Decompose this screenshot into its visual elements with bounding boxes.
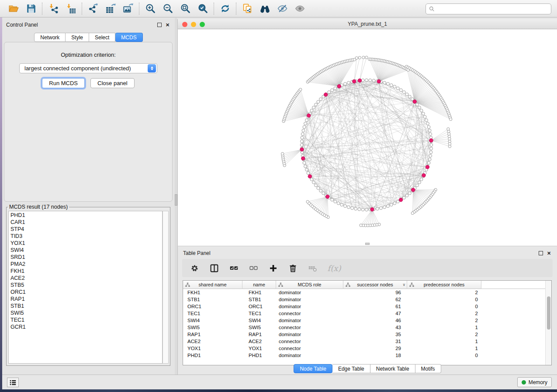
cell-name[interactable]: FKH1 [242,290,276,295]
cell-shared_name[interactable]: PHD1 [183,353,242,358]
network-graph[interactable] [178,29,557,246]
cell-name[interactable]: TEC1 [242,311,276,316]
column-header-MCDS-role[interactable]: MCDS role [276,281,343,289]
table-row[interactable]: PHD1PHD1dominator180 [183,352,551,359]
control-panel-float-button[interactable] [157,23,162,27]
mcds-result-item[interactable]: SWI5 [10,309,162,316]
clone-network-icon[interactable] [241,2,254,15]
column-header-shared-name[interactable]: shared name [183,281,242,289]
import-network-icon[interactable] [47,2,60,15]
tab-select[interactable]: Select [89,33,115,42]
mcds-result-item[interactable]: ACE2 [10,275,162,282]
cell-name[interactable]: SWI5 [242,325,276,330]
binoculars-icon[interactable] [258,2,271,15]
cell-role[interactable]: dominator [276,353,343,358]
mcds-result-item[interactable]: RAP1 [10,296,162,303]
cell-shared_name[interactable]: SWI5 [183,325,242,330]
table-row[interactable]: SWI5SWI5connector431 [183,324,551,331]
table-row[interactable]: YOX1YOX1connector291 [183,345,551,352]
tab-mcds[interactable]: MCDS [115,33,142,42]
cell-successors[interactable]: 96 [343,290,407,295]
table-scrollbar[interactable] [545,281,551,365]
mcds-result-item[interactable]: FKH1 [10,268,162,275]
cell-shared_name[interactable]: RAP1 [183,332,242,337]
mcds-result-item[interactable]: ORC1 [10,289,162,296]
cell-predecessors[interactable]: 2 [407,332,481,337]
show-hidden-icon[interactable] [293,2,306,15]
zoom-fit-icon[interactable] [179,2,192,15]
table-row[interactable]: STB1STB1dominator620 [183,296,551,303]
zoom-out-icon[interactable] [161,2,174,15]
mcds-result-item[interactable]: TID3 [10,233,162,240]
mcds-result-item[interactable]: STP4 [10,226,162,233]
table-panel-float-button[interactable] [539,251,543,255]
table-row[interactable]: ORC1ORC1dominator610 [183,303,551,310]
delete-column-icon[interactable] [287,263,298,273]
cell-shared_name[interactable]: ACE2 [183,339,242,344]
deselect-all-rows-icon[interactable] [248,263,259,273]
control-panel-close-button[interactable]: ✕ [165,22,170,28]
show-panels-button[interactable] [7,378,19,387]
cell-role[interactable]: dominator [276,297,343,302]
table-row[interactable]: FKH1FKH1dominator962 [183,289,551,296]
cell-predecessors[interactable]: 2 [407,318,481,323]
cell-role[interactable]: connector [276,339,343,344]
cell-predecessors[interactable]: 2 [407,311,481,316]
cell-shared_name[interactable]: TEC1 [183,311,242,316]
window-zoom-traffic-light[interactable] [200,22,205,27]
table-row[interactable]: SWI4SWI4dominator462 [183,317,551,324]
window-minimize-traffic-light[interactable] [191,22,196,27]
cell-predecessors[interactable]: 1 [407,346,481,351]
mcds-result-item[interactable]: SWI4 [10,247,162,254]
cell-role[interactable]: connector [276,311,343,316]
cell-role[interactable]: dominator [276,332,343,337]
tab-motifs[interactable]: Motifs [415,364,441,373]
tab-node-table[interactable]: Node Table [294,364,332,373]
table-row[interactable]: ACE2ACE2connector311 [183,338,551,345]
export-table-icon[interactable] [104,2,117,15]
cell-successors[interactable]: 29 [343,346,407,351]
mcds-result-list[interactable]: PHD1CAR1STP4TID3YOX1SWI4SRD1PMA2FKH1ACE2… [8,211,163,364]
table-row[interactable]: TEC1TEC1connector472 [183,310,551,317]
cell-role[interactable]: dominator [276,304,343,309]
tab-edge-table[interactable]: Edge Table [332,364,370,373]
network-canvas[interactable] [178,29,557,246]
import-table-icon[interactable] [64,2,77,15]
cell-shared_name[interactable]: SWI4 [183,318,242,323]
cell-successors[interactable]: 47 [343,311,407,316]
zoom-selected-icon[interactable] [196,2,209,15]
cell-name[interactable]: STB1 [242,297,276,302]
column-header-predecessor-nodes[interactable]: predecessor nodes [407,281,481,289]
mcds-result-item[interactable]: CAR1 [10,219,162,226]
export-image-icon[interactable] [121,2,135,15]
cell-successors[interactable]: 31 [343,339,407,344]
column-header-successor-nodes[interactable]: successor nodes∨ [343,281,407,289]
open-session-icon[interactable] [7,2,20,15]
cell-name[interactable]: PHD1 [242,353,276,358]
table-row[interactable]: RAP1RAP1dominator352 [183,331,551,338]
cell-shared_name[interactable]: FKH1 [183,290,242,295]
mcds-result-item[interactable]: PMA2 [10,261,162,268]
table-scrollbar-thumb[interactable] [547,296,550,330]
cell-predecessors[interactable]: 0 [407,353,481,358]
close-panel-button[interactable]: Close panel [90,78,135,88]
search-input[interactable] [437,6,548,12]
cell-successors[interactable]: 43 [343,325,407,330]
cell-shared_name[interactable]: YOX1 [183,346,242,351]
cell-name[interactable]: RAP1 [242,332,276,337]
cell-shared_name[interactable]: ORC1 [183,304,242,309]
window-close-traffic-light[interactable] [182,22,187,27]
cell-predecessors[interactable]: 0 [407,304,481,309]
cell-name[interactable]: ORC1 [242,304,276,309]
tab-style[interactable]: Style [66,33,89,42]
cell-predecessors[interactable]: 0 [407,297,481,302]
mcds-result-item[interactable]: STB1 [10,303,162,309]
cell-successors[interactable]: 35 [343,332,407,337]
hide-selected-icon[interactable] [276,2,289,15]
cell-role[interactable]: dominator [276,290,343,295]
criterion-select[interactable]: largest connected component (undirected) [19,63,157,73]
refresh-icon[interactable] [218,2,232,15]
table-settings-icon[interactable] [189,263,200,273]
cell-successors[interactable]: 46 [343,318,407,323]
cell-predecessors[interactable]: 1 [407,339,481,344]
